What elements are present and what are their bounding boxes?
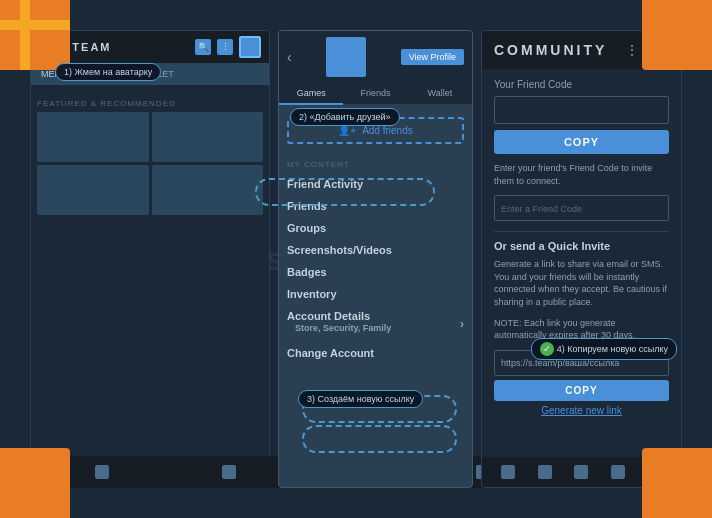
menu-badges[interactable]: Badges [279,261,472,283]
view-profile-button[interactable]: View Profile [401,49,464,65]
quick-invite-title: Or send a Quick Invite [494,240,669,252]
check-icon: ✓ [540,342,554,356]
left-content: FEATURED & RECOMMENDED [31,85,269,451]
avatar[interactable] [239,36,261,58]
gift-decoration-top-right [642,0,712,70]
right-panel: COMMUNITY ⋮ Your Friend Code COPY Enter … [481,30,682,488]
annotation-2: 2) «Добавить друзей» [290,108,400,126]
menu-inventory[interactable]: Inventory [279,283,472,305]
profile-avatar[interactable] [326,37,366,77]
friend-code-display[interactable] [494,96,669,124]
more-options-icon[interactable]: ⋮ [625,42,639,58]
tab-friends[interactable]: Friends [343,83,407,105]
featured-label: FEATURED & RECOMMENDED [37,99,263,108]
copy-friend-code-button[interactable]: COPY [494,130,669,154]
menu-account-details[interactable]: Account Details Store, Security, Family … [279,305,472,342]
featured-card-3 [37,165,149,215]
right-nav-icon-1[interactable] [501,465,515,479]
copy-link-button[interactable]: COPY [494,380,669,401]
annotation-4: ✓ 4) Копируем новую ссылку [531,338,677,360]
menu-friend-activity[interactable]: Friend Activity [279,173,472,195]
annotation-1: 1) Жмем на аватарку [55,63,161,81]
menu-dots-icon[interactable]: ⋮ [217,39,233,55]
divider [494,231,669,232]
middle-panel: ‹ View Profile Games Friends Wallet 👤+ A… [278,30,473,488]
profile-header: ‹ View Profile [279,31,472,83]
main-container: STEAM 🔍 ⋮ MENU WISHLIST WALLET FEATURED … [30,30,682,488]
account-details-label: Account Details [287,310,399,322]
steam-header-icons: 🔍 ⋮ [195,36,261,58]
community-content: Your Friend Code COPY Enter your friend'… [482,69,681,455]
tab-games[interactable]: Games [279,83,343,105]
generate-new-link-button[interactable]: Generate new link [494,405,669,416]
right-nav-icon-2[interactable] [538,465,552,479]
menu-screenshots[interactable]: Screenshots/Videos [279,239,472,261]
tab-wallet[interactable]: Wallet [408,83,472,105]
annotation-3: 3) Создаём новую ссылку [298,390,423,408]
menu-change-account[interactable]: Change Account [279,342,472,364]
featured-card-1 [37,112,149,162]
gift-decoration-top-left [0,0,70,70]
gift-decoration-bottom-left [0,448,70,518]
search-icon[interactable]: 🔍 [195,39,211,55]
menu-friends[interactable]: Friends [279,195,472,217]
featured-cards [37,112,263,215]
enter-friend-code-input[interactable]: Enter a Friend Code [494,195,669,221]
nav-icon-2[interactable] [222,465,236,479]
back-arrow-icon[interactable]: ‹ [287,49,292,65]
featured-card-4 [152,165,264,215]
menu-groups[interactable]: Groups [279,217,472,239]
left-panel: STEAM 🔍 ⋮ MENU WISHLIST WALLET FEATURED … [30,30,270,488]
my-content-label: MY CONTENT [279,156,472,173]
quick-invite-desc: Generate a link to share via email or SM… [494,258,669,308]
profile-tabs: Games Friends Wallet [279,83,472,105]
gift-decoration-bottom-right [642,448,712,518]
arrow-right-icon: › [460,317,464,331]
add-friends-label: Add friends [362,125,413,136]
add-friends-icon: 👤+ [338,125,356,136]
account-details-sub: Store, Security, Family [287,322,399,337]
right-nav-icon-3[interactable] [574,465,588,479]
invite-description: Enter your friend's Friend Code to invit… [494,162,669,187]
community-title: COMMUNITY [494,42,607,58]
steam-logo-text: STEAM [63,41,112,53]
right-nav-icon-4[interactable] [611,465,625,479]
featured-card-2 [152,112,264,162]
friend-code-section-label: Your Friend Code [494,79,669,90]
nav-icon-1[interactable] [95,465,109,479]
